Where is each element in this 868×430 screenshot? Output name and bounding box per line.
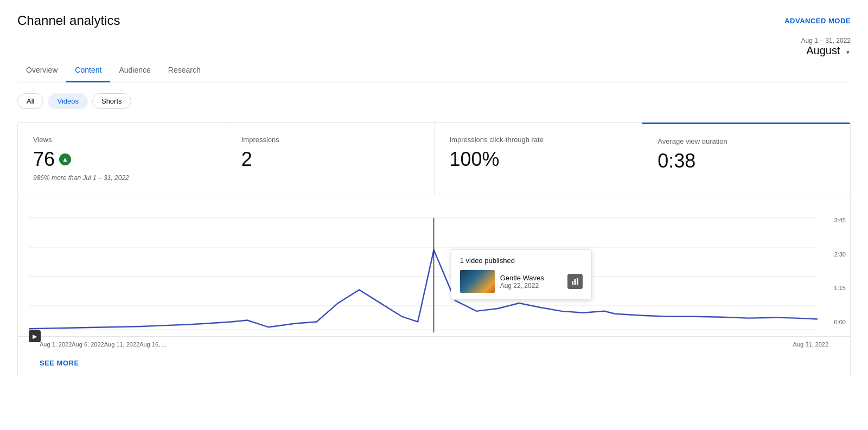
pill-videos[interactable]: Videos [48, 93, 88, 109]
y-label-2-30: 2:30 [834, 251, 846, 258]
metric-card-impressions: Impressions 2 [226, 123, 435, 195]
svg-rect-6 [572, 281, 573, 285]
see-more-row: SEE MORE [18, 352, 850, 376]
chart-line [29, 250, 818, 329]
y-label-3-45: 3:45 [834, 217, 846, 223]
up-arrow-icon: ▲ [59, 153, 71, 165]
tooltip-thumbnail [460, 270, 495, 293]
advanced-mode-button[interactable]: ADVANCED MODE [784, 17, 851, 25]
svg-rect-8 [577, 278, 578, 285]
metric-card-ctr: Impressions click-through rate 100% [435, 123, 643, 195]
pill-all[interactable]: All [17, 93, 43, 109]
y-label-0-00: 0:00 [834, 319, 846, 325]
metric-value-views: 76 ▲ [33, 148, 210, 171]
svg-rect-7 [574, 279, 576, 285]
tooltip-video-info: Gentle Waves Aug 22, 2022 [500, 274, 562, 290]
pill-shorts[interactable]: Shorts [92, 93, 131, 109]
x-label-aug6: Aug 6, 2022 [72, 341, 104, 348]
metric-card-avg-duration: Average view duration 0:38 [642, 123, 850, 195]
date-dropdown-arrow: ▼ [845, 49, 851, 55]
tooltip-video-row: Gentle Waves Aug 22, 2022 [460, 270, 583, 293]
x-label-aug11: Aug 11, 2022 [104, 341, 139, 348]
date-range-value: August ▼ [806, 44, 851, 56]
date-range-label: Aug 1 – 31, 2022 [801, 37, 851, 44]
metric-label-avg-duration: Average view duration [658, 137, 835, 145]
tooltip-video-title: Gentle Waves [500, 274, 562, 282]
metric-value-avg-duration: 0:38 [658, 150, 835, 172]
chart-svg [29, 217, 818, 336]
tab-content[interactable]: Content [66, 59, 110, 82]
metric-label-ctr: Impressions click-through rate [450, 136, 627, 144]
chart-play-marker: ▶ [29, 330, 41, 342]
tooltip-header: 1 video published [460, 256, 583, 265]
tab-research[interactable]: Research [159, 59, 209, 82]
see-more-button[interactable]: SEE MORE [40, 359, 79, 367]
tooltip-video-date: Aug 22, 2022 [500, 282, 562, 290]
metric-value-ctr: 100% [450, 148, 627, 171]
chart-tooltip: 1 video published Gentle Waves Aug 22, 2… [451, 249, 592, 300]
metric-label-impressions: Impressions [241, 136, 419, 144]
chart-container: 3:45 2:30 1:15 0:00 [17, 195, 851, 376]
filter-pills: All Videos Shorts [17, 93, 851, 109]
nav-tabs: Overview Content Audience Research [17, 59, 851, 82]
metric-value-impressions: 2 [241, 148, 419, 171]
date-range-selector[interactable]: Aug 1 – 31, 2022 August ▼ [801, 37, 851, 57]
bar-chart-icon[interactable] [567, 274, 583, 289]
y-label-1-15: 1:15 [834, 285, 846, 291]
x-axis-labels: Aug 1, 2022 Aug 6, 2022 Aug 11, 2022 Aug… [18, 336, 850, 352]
x-label-aug31: Aug 31, 2022 [793, 341, 828, 348]
x-label-aug1: Aug 1, 2022 [40, 341, 72, 348]
x-label-aug16: Aug 16, ... [139, 341, 167, 348]
metric-label-views: Views [33, 136, 210, 144]
metrics-row: Views 76 ▲ 986% more than Jul 1 – 31, 20… [17, 122, 851, 195]
tab-overview[interactable]: Overview [17, 59, 66, 82]
metric-sub-views: 986% more than Jul 1 – 31, 2022 [33, 174, 210, 182]
tab-audience[interactable]: Audience [110, 59, 159, 82]
metric-card-views: Views 76 ▲ 986% more than Jul 1 – 31, 20… [18, 123, 226, 195]
page-title: Channel analytics [17, 13, 120, 28]
